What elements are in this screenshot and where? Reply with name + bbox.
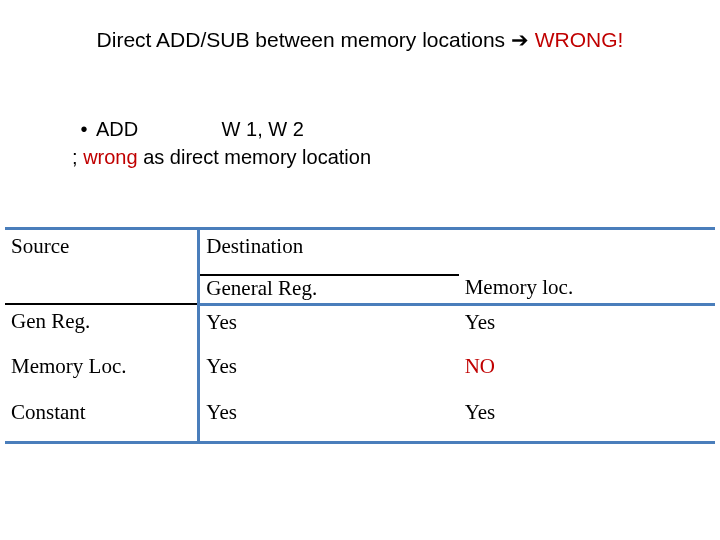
cell-gen: Yes (199, 304, 459, 350)
cell-gen: Yes (199, 396, 459, 442)
header-memory-loc: Memory loc. (459, 275, 715, 305)
table-header-row-2: General Reg. Memory loc. (5, 275, 715, 305)
cell-mem: Yes (459, 396, 715, 442)
header-source-sub (5, 275, 199, 305)
body-text: •ADD W 1, W 2 ; wrong as direct memory l… (72, 115, 371, 171)
comment-rest: as direct memory location (138, 146, 371, 168)
row-label: Gen Reg. (5, 304, 199, 350)
comment-prefix: ; (72, 146, 83, 168)
cell-gen: Yes (199, 350, 459, 396)
cell-mem: Yes (459, 304, 715, 350)
add-args: W 1, W 2 (222, 118, 304, 140)
table-row: Memory Loc. Yes NO (5, 350, 715, 396)
comment-wrong: wrong (83, 146, 137, 168)
compatibility-table: Source Destination General Reg. Memory l… (5, 227, 715, 444)
add-mnemonic: ADD (96, 118, 138, 140)
row-label: Memory Loc. (5, 350, 199, 396)
slide-title: Direct ADD/SUB between memory locations … (0, 28, 720, 52)
row-label: Constant (5, 396, 199, 442)
title-prefix: Direct ADD/SUB between memory locations (97, 28, 511, 51)
bullet-icon: • (72, 115, 96, 143)
bullet-line-1: •ADD W 1, W 2 (72, 115, 371, 143)
header-blank (459, 229, 715, 275)
header-destination: Destination (199, 229, 459, 275)
title-wrong: WRONG! (529, 28, 624, 51)
header-source: Source (5, 229, 199, 275)
table-header-row-1: Source Destination (5, 229, 715, 275)
table-row: Gen Reg. Yes Yes (5, 304, 715, 350)
comment-line: ; wrong as direct memory location (72, 143, 371, 171)
table-row: Constant Yes Yes (5, 396, 715, 442)
cell-mem-no: NO (459, 350, 715, 396)
header-general-reg: General Reg. (199, 275, 459, 305)
arrow-icon: ➔ (511, 28, 529, 51)
